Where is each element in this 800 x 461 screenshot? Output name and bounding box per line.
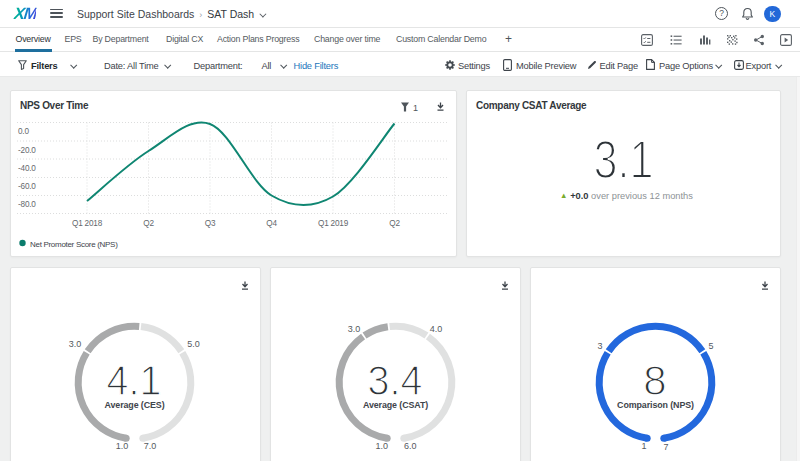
- svg-text:Comparison (NPS): Comparison (NPS): [617, 400, 694, 410]
- svg-text:3.0: 3.0: [348, 323, 361, 333]
- svg-text:-20.0: -20.0: [18, 146, 36, 155]
- svg-text:Q3: Q3: [205, 219, 216, 228]
- svg-text:7: 7: [663, 441, 668, 451]
- svg-text:6.0: 6.0: [404, 440, 417, 450]
- svg-text:1: 1: [641, 440, 646, 450]
- svg-text:-60.0: -60.0: [18, 182, 36, 191]
- svg-text:1.0: 1.0: [116, 440, 129, 450]
- svg-text:5.0: 5.0: [187, 338, 200, 348]
- svg-text:0.0: 0.0: [18, 127, 29, 136]
- svg-text:Q4: Q4: [266, 219, 277, 228]
- svg-text:Q1 2018: Q1 2018: [72, 219, 103, 228]
- svg-text:Average (CES): Average (CES): [104, 400, 164, 410]
- svg-text:Net Promoter Score (NPS): Net Promoter Score (NPS): [30, 240, 118, 249]
- svg-text:3.0: 3.0: [69, 338, 82, 348]
- svg-text:8: 8: [643, 357, 666, 404]
- svg-text:Q1 2019: Q1 2019: [318, 219, 349, 228]
- svg-text:1.0: 1.0: [376, 440, 389, 450]
- svg-text:Q2: Q2: [143, 219, 154, 228]
- svg-text:3: 3: [597, 340, 602, 350]
- svg-text:Average (CSAT): Average (CSAT): [363, 400, 428, 410]
- svg-text:4.1: 4.1: [107, 356, 162, 403]
- svg-text:Q2: Q2: [389, 219, 400, 228]
- svg-text:-40.0: -40.0: [18, 164, 36, 173]
- svg-text:7.0: 7.0: [144, 440, 157, 450]
- svg-text:3.1: 3.1: [594, 129, 654, 189]
- svg-text:5: 5: [708, 340, 713, 350]
- svg-text:4.0: 4.0: [430, 323, 443, 333]
- svg-text:3.4: 3.4: [368, 356, 423, 403]
- svg-text:-80.0: -80.0: [18, 200, 36, 209]
